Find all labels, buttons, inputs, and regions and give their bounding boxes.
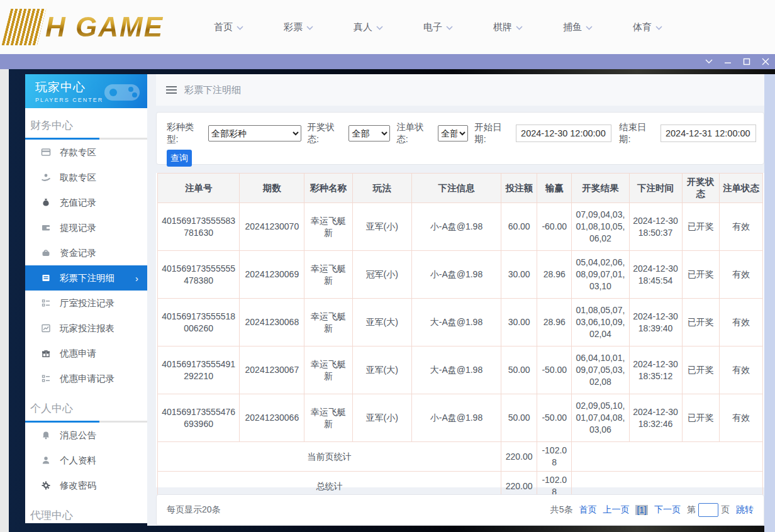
- table-row: 401569173555583781630 20241230070 幸运飞艇新 …: [158, 203, 763, 251]
- end-date-input[interactable]: [661, 125, 756, 142]
- cell-period: 20241230067: [240, 346, 304, 394]
- jump-link[interactable]: 跳转: [736, 504, 754, 516]
- cell-draw-result: 01,08,05,07,03,06,10,09,02,04: [572, 299, 629, 346]
- nav-item-label: 电子: [423, 21, 442, 33]
- cell-period: 20241230066: [240, 394, 304, 442]
- sidebar-section: 代理中心: [25, 498, 147, 523]
- cell-play-type: 亚军(小): [352, 394, 411, 442]
- first-page-link[interactable]: 首页: [579, 504, 596, 516]
- column-header: 下注信息: [411, 174, 501, 203]
- sidebar-item-purse[interactable]: 资金记录 ›: [25, 240, 147, 265]
- window-minimize-button[interactable]: [718, 54, 737, 69]
- sidebar-item-money-bag[interactable]: 充值记录 ›: [25, 190, 147, 215]
- window-maximize-button[interactable]: [737, 54, 756, 69]
- sidebar-item-list[interactable]: 优惠申请记录 ›: [25, 366, 147, 391]
- main-nav: 首页 彩票 真人 电子 棋牌 捕鱼 体育: [214, 21, 662, 33]
- cell-lottery-name: 幸运飞艇新: [304, 203, 352, 251]
- start-date-input[interactable]: [516, 125, 611, 142]
- cell-play-type: 亚军(大): [352, 299, 411, 346]
- nav-item[interactable]: 首页: [214, 21, 243, 33]
- table-row: 401569173555476693960 20241230066 幸运飞艇新 …: [158, 394, 763, 442]
- search-button[interactable]: 查询: [167, 150, 192, 167]
- nav-item[interactable]: 棋牌: [493, 21, 523, 33]
- jump-prefix-label: 第: [687, 504, 696, 516]
- gamepad-icon: [102, 79, 142, 104]
- menu-toggle-icon[interactable]: [166, 86, 177, 94]
- jump-suffix-label: 页: [721, 504, 730, 516]
- draw-status-label: 开奖状态:: [308, 121, 347, 145]
- nav-item[interactable]: 彩票: [284, 21, 313, 33]
- gift-icon: [41, 348, 51, 358]
- sidebar-item-label: 存款专区: [60, 147, 96, 158]
- window-dropdown-button[interactable]: [700, 54, 718, 69]
- nav-item[interactable]: 电子: [423, 21, 453, 33]
- sidebar-item-document[interactable]: 彩票下注明细 ›: [25, 265, 147, 291]
- cell-amount: 60.00: [501, 203, 537, 251]
- table-row: 401569173555491292210 20241230067 幸运飞艇新 …: [158, 346, 763, 394]
- chevron-down-icon: [376, 26, 383, 30]
- sidebar-header: 玩家中心 PLAYERS CENTER: [25, 74, 147, 108]
- cell-order-status: 有效: [719, 299, 762, 346]
- cell-lottery-name: 幸运飞艇新: [304, 251, 352, 299]
- sidebar-item-label: 消息公告: [60, 429, 96, 441]
- column-header: 开奖状态: [682, 174, 719, 203]
- table-row: 401569173555555478380 20241230069 幸运飞艇新 …: [158, 251, 763, 299]
- pager: 共5条 首页 上一页 [1] 下一页 第 页 跳转: [550, 503, 754, 517]
- cell-play-type: 亚军(大): [352, 346, 411, 394]
- cell-order-status: 有效: [719, 203, 762, 251]
- window-content: 玩家中心 PLAYERS CENTER 财务中心 存款专区 › 取款专区 › 充…: [9, 69, 775, 532]
- nav-item[interactable]: 体育: [633, 21, 662, 33]
- document-icon: [41, 273, 51, 283]
- sidebar-section: 财务中心 存款专区 › 取款专区 › 充值记录 › 提现记录 › 资金记录 › …: [25, 108, 147, 391]
- lottery-type-select[interactable]: 全部彩种: [208, 125, 301, 141]
- sidebar-item-card[interactable]: 存款专区 ›: [25, 140, 147, 165]
- sidebar-item-hand-coin[interactable]: 取款专区 ›: [25, 165, 147, 190]
- nav-item[interactable]: 真人: [354, 21, 383, 33]
- nav-item[interactable]: 捕鱼: [563, 21, 593, 33]
- sidebar-item-gear[interactable]: 修改密码 ›: [25, 473, 147, 498]
- close-icon: [762, 58, 769, 65]
- money-bag-icon: [41, 197, 51, 208]
- cell-bet-info: 小-A盘@1.98: [411, 394, 501, 442]
- start-date-label: 开始日期:: [474, 121, 513, 145]
- cell-draw-status: 已开奖: [682, 251, 719, 299]
- page-jump-input[interactable]: [698, 503, 718, 517]
- cell-play-type: 亚军(小): [352, 203, 411, 251]
- order-status-label: 注单状态:: [396, 121, 435, 145]
- sidebar-item-bell[interactable]: 消息公告 ›: [25, 423, 147, 448]
- sidebar-item-label: 彩票下注明细: [60, 272, 114, 284]
- cell-bet-info: 小-A盘@1.98: [411, 203, 501, 251]
- cell-draw-result: 06,04,10,01,09,07,05,03,02,08: [572, 346, 629, 394]
- cell-amount: 50.00: [501, 394, 537, 442]
- sidebar-item-chart[interactable]: 玩家投注报表 ›: [25, 316, 147, 341]
- column-header: 期数: [240, 174, 304, 203]
- sidebar-item-list[interactable]: 厅室投注记录 ›: [25, 291, 147, 316]
- sidebar-item-label: 资金记录: [60, 247, 96, 259]
- page-stats-row: 当前页统计 220.00 -102.08: [158, 442, 763, 472]
- cell-amount: 30.00: [501, 251, 537, 299]
- cell-win-loss: -50.00: [537, 394, 572, 442]
- prev-page-link[interactable]: 上一页: [603, 504, 629, 516]
- next-page-link[interactable]: 下一页: [654, 504, 681, 516]
- column-header: 开奖结果: [572, 174, 629, 203]
- minimize-icon: [724, 58, 732, 65]
- cell-bet-time: 2024-12-30 18:39:40: [629, 299, 682, 346]
- purse-icon: [41, 248, 51, 258]
- sidebar-item-gift[interactable]: 优惠申请 ›: [25, 341, 147, 366]
- cell-period: 20241230070: [240, 203, 304, 251]
- sidebar-sections: 财务中心 存款专区 › 取款专区 › 充值记录 › 提现记录 › 资金记录 › …: [25, 108, 147, 523]
- logo: H GAME: [6, 9, 182, 45]
- sidebar-item-wallet[interactable]: 提现记录 ›: [25, 215, 147, 240]
- cell-bet-time: 2024-12-30 18:35:12: [629, 346, 682, 394]
- maximize-icon: [743, 58, 750, 65]
- chevron-down-icon: [705, 59, 713, 64]
- page-stats-label: 当前页统计: [158, 442, 501, 472]
- order-status-select[interactable]: 全部: [438, 125, 468, 141]
- column-header: 玩法: [352, 174, 411, 203]
- draw-status-select[interactable]: 全部: [348, 125, 390, 141]
- window-close-button[interactable]: [756, 54, 775, 69]
- sidebar-item-label: 取款专区: [60, 172, 96, 184]
- vertical-scrollbar[interactable]: [764, 74, 775, 532]
- cell-lottery-name: 幸运飞艇新: [304, 346, 352, 394]
- sidebar-item-person[interactable]: 个人资料 ›: [25, 448, 147, 473]
